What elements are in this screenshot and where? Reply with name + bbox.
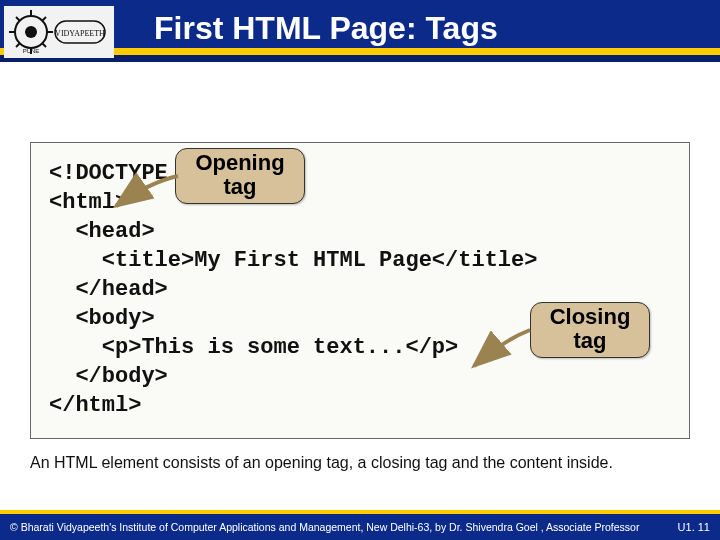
code-line: </html> bbox=[49, 393, 141, 418]
code-line: <head> bbox=[49, 219, 155, 244]
slide-title: First HTML Page: Tags bbox=[154, 10, 498, 47]
slide-content: <!DOCTYPE HTML> <html> <head> <title>My … bbox=[0, 62, 720, 439]
caption-text: An HTML element consists of an opening t… bbox=[30, 453, 690, 473]
footer-page-number: U1. 11 bbox=[678, 521, 710, 533]
svg-text:PUNE: PUNE bbox=[23, 48, 40, 54]
svg-line-6 bbox=[16, 17, 20, 21]
code-line: <html> bbox=[49, 190, 128, 215]
svg-point-1 bbox=[25, 26, 37, 38]
code-box: <!DOCTYPE HTML> <html> <head> <title>My … bbox=[30, 142, 690, 439]
closing-tag-callout: Closing tag bbox=[530, 302, 650, 358]
svg-line-9 bbox=[16, 43, 20, 47]
opening-tag-callout: Opening tag bbox=[175, 148, 305, 204]
callout-text: tag bbox=[190, 175, 290, 199]
callout-text: Closing bbox=[545, 305, 635, 329]
svg-line-7 bbox=[42, 43, 46, 47]
slide-header: VIDYAPEETH PUNE First HTML Page: Tags bbox=[0, 0, 720, 62]
code-line: <title>My First HTML Page</title> bbox=[49, 248, 537, 273]
code-line: </head> bbox=[49, 277, 168, 302]
code-line: <body> bbox=[49, 306, 155, 331]
code-line: <p>This is some text...</p> bbox=[49, 335, 458, 360]
svg-text:VIDYAPEETH: VIDYAPEETH bbox=[55, 29, 105, 38]
svg-line-8 bbox=[42, 17, 46, 21]
callout-text: tag bbox=[545, 329, 635, 353]
slide-footer: © Bharati Vidyapeeth's Institute of Comp… bbox=[0, 510, 720, 540]
callout-text: Opening bbox=[190, 151, 290, 175]
code-line: </body> bbox=[49, 364, 168, 389]
footer-copyright: © Bharati Vidyapeeth's Institute of Comp… bbox=[10, 521, 639, 533]
institute-logo: VIDYAPEETH PUNE bbox=[4, 6, 114, 58]
